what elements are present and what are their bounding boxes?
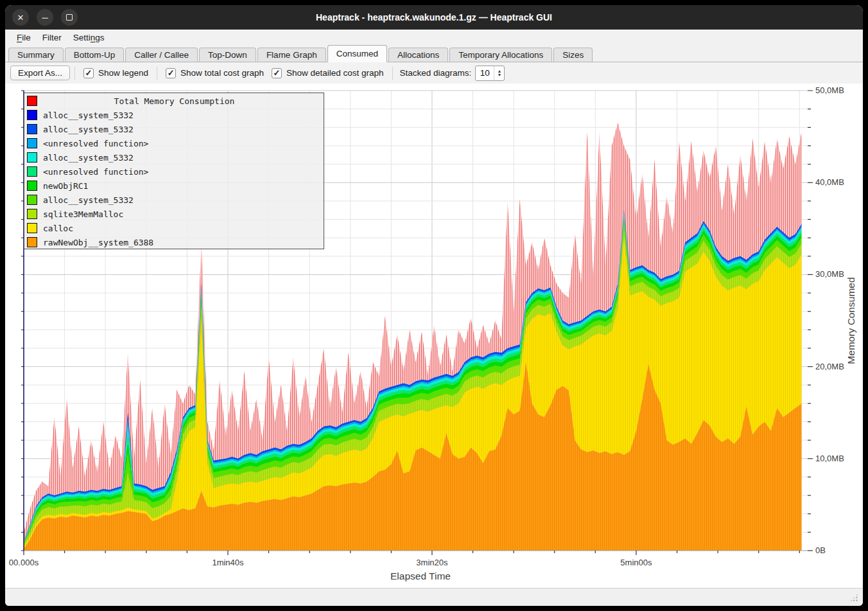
legend-label: alloc__system_5332 (43, 153, 134, 163)
legend-label: newObjRC1 (43, 181, 88, 191)
tab-caller-callee[interactable]: Caller / Callee (125, 48, 198, 62)
checkbox-label: Show legend (98, 68, 148, 78)
legend-swatch (27, 166, 37, 177)
tab-top-down[interactable]: Top-Down (199, 48, 256, 62)
x-tick-label: 3min20s (416, 558, 447, 567)
checkbox-show-total-cost-graph[interactable]: ✓Show total cost graph (166, 68, 264, 78)
y-tick-label: 0B (815, 545, 826, 555)
legend-label: alloc__system_5332 (43, 111, 134, 120)
tab-flame-graph[interactable]: Flame Graph (257, 48, 326, 62)
tab-summary[interactable]: Summary (8, 48, 64, 62)
legend-label: sqlite3MemMalloc (43, 209, 123, 219)
legend-swatch (27, 138, 37, 148)
legend-swatch (27, 181, 37, 191)
export-as-button[interactable]: Export As... (10, 66, 70, 80)
legend-label: alloc__system_5332 (43, 125, 134, 134)
x-tick-label: 1min40s (212, 558, 243, 567)
legend-item: alloc__system_5332 (24, 193, 324, 207)
stacked-diagrams-label: Stacked diagrams: (400, 68, 472, 78)
checkmark-icon: ✓ (272, 68, 282, 78)
window-controls: ✕ ─ (12, 9, 78, 26)
minimize-button[interactable]: ─ (37, 9, 53, 26)
y-tick-label: 50,0MB (815, 85, 844, 95)
menu-bar: FileFilterSettings (5, 30, 863, 45)
spin-down-icon[interactable]: ▼ (497, 73, 501, 77)
status-bar (5, 588, 863, 606)
stacked-diagrams-value: 10 (476, 66, 494, 80)
spinner-arrows[interactable]: ▲ ▼ (494, 66, 504, 80)
menu-filter[interactable]: Filter (37, 31, 67, 44)
window-title: Heaptrack - heaptrack.wakunode.1.gz — He… (5, 12, 863, 22)
tab-bar: SummaryBottom-UpCaller / CalleeTop-DownF… (5, 45, 863, 62)
legend-title-row: Total Memory Consumption (24, 94, 324, 108)
chart-area[interactable]: Total Memory Consumptionalloc__system_53… (5, 84, 863, 588)
tab-sizes[interactable]: Sizes (553, 48, 593, 62)
y-tick-label: 10,0MB (815, 454, 844, 463)
x-tick-label: 5min00s (620, 558, 652, 567)
checkmark-icon: ✓ (83, 68, 94, 78)
checkbox-show-detailed-cost-graph[interactable]: ✓Show detailed cost graph (272, 68, 384, 78)
title-bar: ✕ ─ Heaptrack - heaptrack.wakunode.1.gz … (5, 5, 863, 30)
toolbar-separator (157, 67, 157, 80)
toolbar-separator (74, 67, 75, 80)
legend-swatch (27, 152, 37, 163)
close-icon: ✕ (17, 13, 24, 22)
legend-swatch (27, 209, 37, 219)
toolbar-separator (392, 67, 393, 80)
checkbox-label: Show detailed cost graph (286, 68, 384, 78)
tab-consumed[interactable]: Consumed (327, 45, 387, 62)
stacked-diagrams-spinner[interactable]: 10 ▲ ▼ (475, 66, 505, 81)
checkmark-icon: ✓ (166, 68, 176, 78)
maximize-icon (66, 14, 73, 21)
legend-item: alloc__system_5332 (24, 122, 324, 136)
legend-item: sqlite3MemMalloc (24, 207, 324, 221)
toolbar-checkboxes: ✓Show legend✓Show total cost graph✓Show … (80, 67, 388, 80)
legend-swatch (27, 237, 37, 247)
checkbox-show-legend[interactable]: ✓Show legend (83, 68, 148, 78)
chart-legend: Total Memory Consumptionalloc__system_53… (24, 93, 324, 249)
menu-settings[interactable]: Settings (67, 31, 110, 44)
legend-label: rawNewObj__system_6388 (43, 238, 153, 247)
minimize-icon: ─ (42, 13, 48, 22)
legend-label: calloc (43, 224, 73, 233)
y-tick-label: 30,0MB (815, 269, 844, 279)
legend-label: <unresolved function> (43, 167, 148, 177)
legend-label: <unresolved function> (43, 139, 148, 148)
menu-file[interactable]: File (11, 31, 37, 44)
toolbar: Export As... ✓Show legend✓Show total cos… (5, 62, 863, 84)
legend-swatch (27, 223, 37, 233)
heaptrack-window: ✕ ─ Heaptrack - heaptrack.wakunode.1.gz … (5, 5, 863, 606)
legend-item: <unresolved function> (24, 136, 324, 150)
resize-grip-icon[interactable] (849, 593, 858, 602)
x-tick-label: 00.000s (9, 558, 39, 567)
legend-swatch (27, 195, 37, 205)
tab-bottom-up[interactable]: Bottom-Up (65, 48, 125, 62)
legend-item: newObjRC1 (24, 179, 324, 193)
y-tick-label: 20,0MB (815, 362, 844, 371)
legend-label: alloc__system_5332 (43, 195, 134, 205)
close-button[interactable]: ✕ (12, 9, 29, 26)
y-axis-title: Memory Consumed (846, 277, 857, 364)
legend-swatch (27, 110, 37, 120)
checkbox-label: Show total cost graph (180, 68, 264, 78)
legend-item: rawNewObj__system_6388 (24, 235, 324, 249)
x-axis-title: Elapsed Time (382, 571, 459, 582)
legend-item: <unresolved function> (24, 164, 324, 179)
legend-item: alloc__system_5332 (24, 108, 324, 122)
legend-title: Total Memory Consumption (43, 96, 306, 106)
maximize-button[interactable] (61, 9, 78, 26)
legend-swatch (27, 124, 37, 134)
legend-item: calloc (24, 221, 324, 235)
legend-swatch (27, 96, 37, 106)
tab-temporary-allocations[interactable]: Temporary Allocations (449, 48, 552, 62)
y-tick-label: 40,0MB (815, 177, 844, 187)
legend-item: alloc__system_5332 (24, 150, 324, 164)
tab-allocations[interactable]: Allocations (388, 48, 448, 62)
